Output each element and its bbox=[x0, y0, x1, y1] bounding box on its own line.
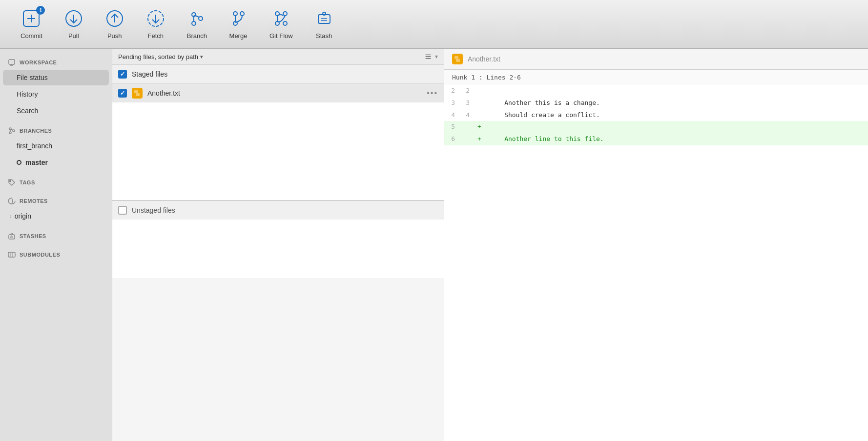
svg-rect-45 bbox=[136, 93, 140, 96]
staged-checkbox[interactable]: ✓ bbox=[118, 70, 127, 79]
diff-header: Another.txt bbox=[444, 49, 868, 70]
push-label: Push bbox=[107, 32, 122, 40]
diff-line-6: 6 + Another line to this file. bbox=[444, 133, 868, 145]
sidebar-item-history[interactable]: History bbox=[3, 86, 109, 102]
merge-icon bbox=[228, 9, 248, 28]
stashes-label: STASHES bbox=[20, 233, 46, 239]
merge-label: Merge bbox=[229, 32, 248, 40]
svg-point-15 bbox=[240, 12, 244, 16]
commit-icon: 1 bbox=[21, 9, 41, 28]
diff-content: Hunk 1 : Lines 2-6 2 2 bbox=[444, 70, 868, 441]
files-toolbar-icons: ▾ bbox=[424, 53, 438, 60]
svg-point-30 bbox=[9, 132, 11, 134]
svg-rect-38 bbox=[8, 252, 15, 257]
fetch-icon bbox=[146, 9, 165, 28]
current-branch-dot bbox=[17, 160, 21, 165]
commit-button[interactable]: 1 Commit bbox=[10, 4, 53, 44]
files-panel: Pending files, sorted by path ▾ ▾ bbox=[112, 49, 444, 441]
unstaged-empty-area bbox=[112, 220, 444, 278]
staged-label: Staged files bbox=[132, 70, 167, 78]
remotes-section: REMOTES bbox=[0, 192, 112, 208]
push-button[interactable]: Push bbox=[94, 4, 135, 44]
svg-rect-26 bbox=[9, 60, 15, 64]
panels-area: Pending files, sorted by path ▾ ▾ bbox=[112, 49, 868, 441]
fetch-label: Fetch bbox=[148, 32, 164, 40]
file-menu-icon[interactable]: ••• bbox=[427, 89, 438, 98]
workspace-label: WORKSPACE bbox=[20, 60, 57, 65]
file-type-icon bbox=[132, 88, 143, 99]
unstaged-header: Unstaged files bbox=[112, 201, 444, 220]
push-icon bbox=[105, 9, 124, 28]
merge-button[interactable]: Merge bbox=[218, 4, 259, 44]
sidebar-item-file-status[interactable]: File status bbox=[3, 70, 109, 85]
sidebar-item-search[interactable]: Search bbox=[3, 103, 109, 119]
svg-point-19 bbox=[283, 12, 287, 16]
pull-icon bbox=[64, 9, 83, 28]
svg-point-31 bbox=[13, 130, 15, 132]
svg-point-13 bbox=[233, 12, 237, 16]
stashes-section: STASHES bbox=[0, 227, 112, 243]
branch-label: Branch bbox=[187, 32, 207, 40]
sort-label[interactable]: Pending files, sorted by path ▾ bbox=[118, 53, 203, 60]
files-toolbar: Pending files, sorted by path ▾ ▾ bbox=[112, 49, 444, 65]
diff-line-5: 5 + bbox=[444, 121, 868, 133]
diff-line-4: 4 4 Should create a conflict. bbox=[444, 109, 868, 121]
unstaged-checkbox[interactable] bbox=[118, 206, 127, 215]
svg-rect-22 bbox=[318, 15, 330, 23]
branch-icon bbox=[187, 9, 207, 28]
svg-point-11 bbox=[199, 17, 203, 20]
commit-badge: 1 bbox=[36, 6, 45, 15]
svg-point-20 bbox=[283, 21, 287, 25]
diff-file-icon bbox=[452, 54, 463, 64]
file-row-another-txt[interactable]: ✓ Another.txt ••• bbox=[112, 84, 444, 102]
svg-rect-44 bbox=[134, 90, 138, 93]
sidebar-item-first-branch[interactable]: first_branch bbox=[3, 138, 109, 154]
staged-section: ✓ Staged files ✓ bbox=[112, 65, 444, 200]
diff-table: 2 2 3 3 Another this is a change. bbox=[444, 85, 868, 145]
stash-label: Stash bbox=[316, 32, 332, 40]
pull-label: Pull bbox=[68, 32, 79, 40]
tags-label: TAGS bbox=[20, 180, 35, 185]
fetch-button[interactable]: Fetch bbox=[135, 4, 176, 44]
branches-section: BRANCHES bbox=[0, 122, 112, 138]
staged-header: ✓ Staged files bbox=[112, 65, 444, 84]
sort-chevron-icon: ▾ bbox=[200, 54, 203, 60]
git-flow-button[interactable]: Git Flow bbox=[259, 4, 304, 44]
diff-file-name: Another.txt bbox=[468, 55, 500, 63]
stash-icon bbox=[314, 9, 334, 28]
svg-rect-46 bbox=[455, 56, 458, 59]
list-icon[interactable] bbox=[424, 53, 432, 60]
workspace-section: WORKSPACE bbox=[0, 54, 112, 69]
main-layout: WORKSPACE File status History Search BRA… bbox=[0, 49, 868, 441]
diff-panel: Another.txt Hunk 1 : Lines 2-6 2 2 bbox=[444, 49, 868, 441]
sidebar-item-origin[interactable]: › origin bbox=[3, 208, 109, 224]
content-area: Pending files, sorted by path ▾ ▾ bbox=[112, 49, 868, 441]
sidebar-item-master[interactable]: master bbox=[3, 155, 109, 170]
svg-point-10 bbox=[192, 21, 196, 25]
chevron-right-icon: › bbox=[10, 213, 12, 219]
commit-label: Commit bbox=[21, 32, 42, 40]
diff-line-3: 3 3 Another this is a change. bbox=[444, 97, 868, 109]
diff-line-2: 2 2 bbox=[444, 85, 868, 97]
branches-label: BRANCHES bbox=[20, 128, 52, 134]
branch-button[interactable]: Branch bbox=[176, 4, 218, 44]
toolbar: 1 Commit Pull Push bbox=[0, 0, 868, 49]
submodules-section: SUBMODULES bbox=[0, 246, 112, 261]
svg-point-23 bbox=[323, 12, 326, 15]
file-checkbox[interactable]: ✓ bbox=[118, 89, 127, 98]
svg-point-33 bbox=[10, 180, 11, 182]
pull-button[interactable]: Pull bbox=[53, 4, 94, 44]
stash-button[interactable]: Stash bbox=[304, 4, 345, 44]
staged-empty-area bbox=[112, 102, 444, 200]
unstaged-label: Unstaged files bbox=[132, 206, 175, 214]
remotes-label: REMOTES bbox=[20, 198, 48, 204]
submodules-label: SUBMODULES bbox=[20, 252, 60, 258]
git-flow-icon bbox=[271, 9, 291, 28]
chevron-down-icon2[interactable]: ▾ bbox=[435, 53, 438, 60]
file-name: Another.txt bbox=[147, 89, 422, 97]
tags-section: TAGS bbox=[0, 174, 112, 189]
unstaged-section: Unstaged files bbox=[112, 200, 444, 278]
svg-rect-47 bbox=[456, 59, 460, 62]
hunk-header: Hunk 1 : Lines 2-6 bbox=[444, 70, 868, 85]
sidebar: WORKSPACE File status History Search BRA… bbox=[0, 49, 112, 441]
